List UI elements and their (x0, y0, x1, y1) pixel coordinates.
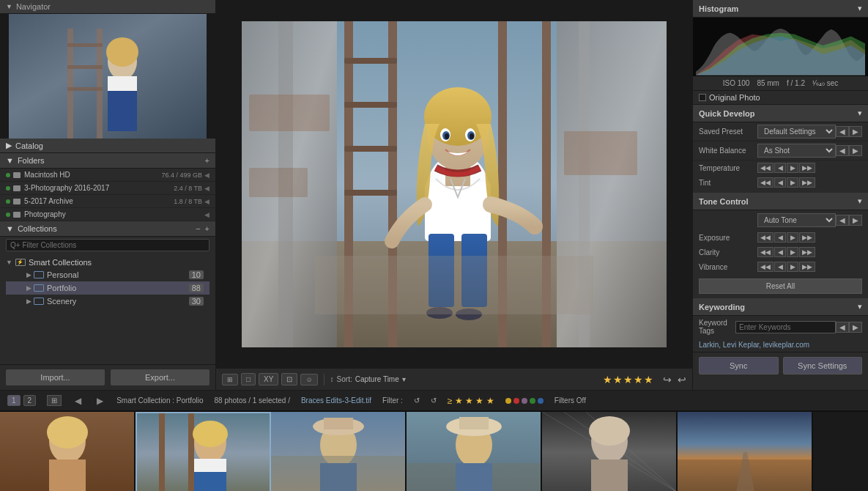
sort-value[interactable]: Capture Time (355, 375, 399, 383)
folder-item[interactable]: 3-Photography 2016-2017 2.4 / 8 TB ◀ (0, 182, 215, 195)
navigator-header[interactable]: ▼ Navigator (0, 0, 215, 14)
smart-collections-header[interactable]: ▼ ⚡ Smart Collections (6, 256, 209, 268)
keywording-collapse[interactable]: ▾ (858, 302, 862, 311)
grid-view-btn[interactable]: ⊞ (222, 374, 238, 385)
prev-arrow[interactable]: ◀ (73, 396, 84, 406)
grid-view-status-btn[interactable]: ⊞ (47, 395, 62, 406)
page-1-btn[interactable]: 1 (7, 395, 21, 406)
histogram-collapse[interactable]: ▾ (858, 4, 862, 13)
saved-preset-select[interactable]: Default Settings (757, 125, 836, 139)
tint-dec[interactable]: ◀ (774, 177, 786, 188)
filename[interactable]: Braces Edits-3-Edit.tif (301, 396, 371, 405)
forward-icon[interactable]: ↪ (663, 374, 672, 385)
folder-item[interactable]: Photography ◀ (0, 208, 215, 221)
vibrance-dec-large[interactable]: ◀◀ (757, 262, 774, 272)
page-2-btn[interactable]: 2 (23, 395, 37, 406)
export-button[interactable]: Export... (111, 369, 209, 385)
collections-header[interactable]: ▼ Collections − + (0, 221, 215, 237)
collection-item-scenery[interactable]: ▶ Scenery 30 (6, 295, 209, 308)
clarity-dec-large[interactable]: ◀◀ (757, 247, 774, 257)
temp-dec[interactable]: ◀ (774, 163, 786, 173)
tone-control-collapse[interactable]: ▾ (858, 196, 862, 206)
temp-dec-large[interactable]: ◀◀ (757, 163, 774, 173)
folders-header-left: ▼ Folders (6, 156, 45, 165)
page-buttons: 1 2 (7, 395, 36, 406)
loupe-view-btn[interactable]: □ (241, 373, 256, 385)
exposure-dec[interactable]: ◀ (774, 232, 786, 243)
folder-item[interactable]: 5-2017 Archive 1.8 / 8 TB ◀ (0, 195, 215, 208)
keywording-header[interactable]: Keywording ▾ (693, 298, 868, 316)
clarity-dec[interactable]: ◀ (774, 247, 786, 257)
exposure-dec-large[interactable]: ◀◀ (757, 232, 774, 243)
keyword-tags-input[interactable] (735, 321, 836, 333)
folder-item[interactable]: Macintosh HD 76.4 / 499 GB ◀ (0, 169, 215, 182)
vibrance-inc[interactable]: ▶ (787, 262, 798, 272)
filmstrip-item[interactable] (136, 412, 271, 491)
sync-button[interactable]: Sync (699, 357, 779, 374)
return-icon[interactable]: ↩ (678, 374, 686, 385)
collection-item-personal[interactable]: ▶ Personal 10 (6, 268, 209, 281)
folders-section: ▼ Folders + Macintosh HD 76.4 / 499 GB ◀… (0, 153, 215, 221)
tone-control-header[interactable]: Tone Control ▾ (693, 193, 868, 210)
histogram-header[interactable]: Histogram ▾ (693, 0, 868, 18)
dot-red (513, 398, 519, 404)
filmstrip-item[interactable] (271, 412, 407, 491)
filter-stars[interactable]: ≥ ★ ★ ★ ★ (448, 396, 494, 406)
filters-off-label[interactable]: Filters Off (554, 396, 586, 405)
compare-view-btn[interactable]: XY (259, 373, 278, 385)
filter-toggle-2[interactable]: ↺ (431, 396, 437, 405)
tone-control-select[interactable]: Auto Tone (757, 213, 836, 227)
collections-search-input[interactable] (6, 239, 209, 251)
saved-preset-next[interactable]: ▶ (849, 126, 862, 137)
tint-inc-large[interactable]: ▶▶ (799, 177, 815, 188)
quick-develop-header[interactable]: Quick Develop ▾ (693, 105, 868, 122)
clarity-inc[interactable]: ▶ (787, 247, 798, 257)
original-photo-checkbox[interactable] (699, 94, 706, 101)
collections-minus-btn[interactable]: − (196, 224, 200, 233)
exposure-inc[interactable]: ▶ (787, 232, 798, 243)
folders-add-icon[interactable]: + (205, 156, 209, 165)
folders-header[interactable]: ▼ Folders + (0, 153, 215, 169)
tint-dec-large[interactable]: ◀◀ (757, 177, 774, 188)
white-balance-select[interactable]: As Shot (757, 144, 836, 158)
original-photo-label: Original Photo (709, 93, 760, 102)
filter-toggle-1[interactable]: ↺ (414, 396, 420, 405)
star-rating[interactable]: ★★★★★ (603, 374, 654, 385)
wb-next[interactable]: ▶ (849, 145, 862, 156)
filmstrip-item[interactable] (678, 412, 813, 491)
saved-preset-prev[interactable]: ◀ (836, 126, 849, 137)
tone-next[interactable]: ▶ (849, 215, 862, 226)
quick-develop-collapse[interactable]: ▾ (858, 108, 862, 118)
collections-plus-btn[interactable]: + (205, 224, 209, 233)
reset-all-button[interactable]: Reset All (699, 278, 862, 294)
vibrance-inc-large[interactable]: ▶▶ (799, 262, 815, 272)
sync-settings-button[interactable]: Sync Settings (783, 357, 863, 374)
folder-indicator (6, 213, 10, 217)
filmstrip-item[interactable] (0, 412, 136, 491)
clarity-inc-large[interactable]: ▶▶ (799, 247, 815, 257)
main-image-container (216, 0, 692, 368)
sort-dropdown[interactable]: ▾ (402, 375, 406, 383)
filmstrip-item[interactable] (542, 412, 678, 491)
collection-item-portfolio[interactable]: ▶ Portfolio 88 (6, 281, 209, 295)
exposure-inc-large[interactable]: ▶▶ (799, 232, 815, 243)
temp-inc[interactable]: ▶ (787, 163, 798, 173)
next-arrow[interactable]: ▶ (94, 396, 105, 406)
vibrance-dec[interactable]: ◀ (774, 262, 786, 272)
vibrance-label: Vibrance (699, 263, 757, 271)
saved-preset-control: Default Settings ◀ ▶ (757, 125, 862, 139)
survey-view-btn[interactable]: ⊡ (281, 373, 297, 385)
folder-name: Macintosh HD (24, 171, 161, 179)
svg-point-9 (106, 37, 138, 67)
catalog-section[interactable]: ▶ Catalog (0, 139, 215, 153)
people-view-btn[interactable]: ☺ (300, 374, 317, 385)
keyword-next[interactable]: ▶ (849, 322, 862, 333)
temp-inc-large[interactable]: ▶▶ (799, 163, 815, 173)
folder-indicator (6, 173, 10, 177)
keyword-prev[interactable]: ◀ (836, 322, 849, 333)
tint-inc[interactable]: ▶ (787, 177, 798, 188)
wb-prev[interactable]: ◀ (836, 145, 849, 156)
import-button[interactable]: Import... (6, 369, 105, 385)
tone-prev[interactable]: ◀ (836, 215, 849, 226)
filmstrip-item[interactable] (407, 412, 542, 491)
